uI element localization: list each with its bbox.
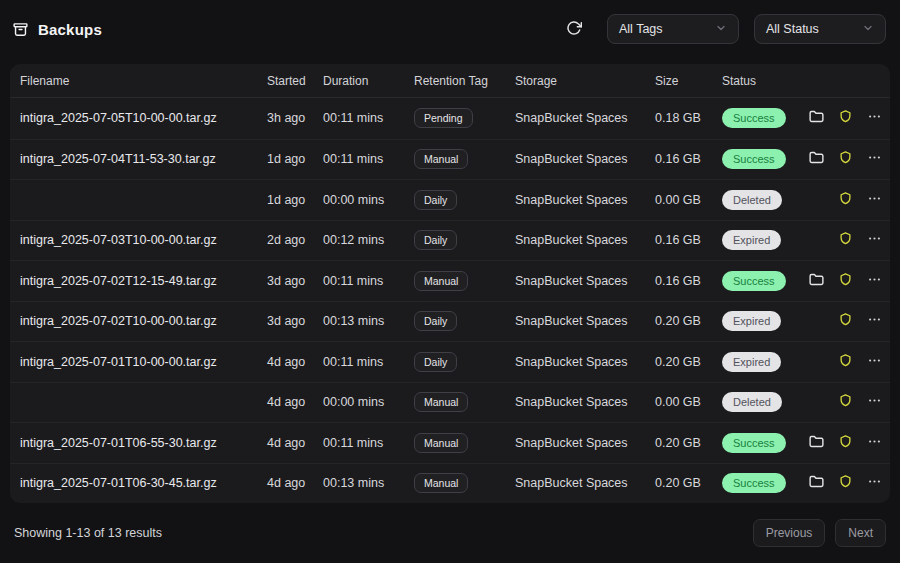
started-cell: 1d ago bbox=[267, 193, 323, 207]
table-row: intigra_2025-07-02T10-00-00.tar.gz 3d ag… bbox=[10, 301, 890, 342]
retention-lock-button[interactable] bbox=[835, 108, 856, 129]
column-header-duration: Duration bbox=[323, 74, 414, 88]
retention-lock-button[interactable] bbox=[835, 473, 856, 494]
duration-cell: 00:11 mins bbox=[323, 111, 414, 125]
started-cell: 3d ago bbox=[267, 274, 323, 288]
ellipsis-icon bbox=[867, 474, 882, 492]
refresh-button[interactable] bbox=[562, 16, 586, 43]
table-row: intigra_2025-07-03T10-00-00.tar.gz 2d ag… bbox=[10, 220, 890, 261]
retention-lock-button[interactable] bbox=[835, 149, 856, 170]
size-cell: 0.20 GB bbox=[655, 355, 722, 369]
ellipsis-icon bbox=[867, 393, 882, 411]
row-actions bbox=[806, 351, 885, 372]
ellipsis-icon bbox=[867, 353, 882, 371]
row-menu-button[interactable] bbox=[864, 432, 885, 453]
browse-files-button[interactable] bbox=[806, 473, 827, 494]
storage-cell: SnapBucket Spaces bbox=[515, 476, 655, 490]
status-cell: Expired bbox=[722, 311, 806, 331]
status-badge: Expired bbox=[722, 230, 781, 250]
row-menu-button[interactable] bbox=[864, 270, 885, 291]
started-cell: 2d ago bbox=[267, 233, 323, 247]
row-menu-button[interactable] bbox=[864, 189, 885, 210]
filename-cell: intigra_2025-07-02T12-15-49.tar.gz bbox=[20, 274, 267, 288]
retention-lock-button[interactable] bbox=[835, 432, 856, 453]
status-cell: Deleted bbox=[722, 392, 806, 412]
tags-filter-dropdown[interactable]: All Tags bbox=[607, 14, 739, 44]
storage-cell: SnapBucket Spaces bbox=[515, 436, 655, 450]
retention-tag-cell: Daily bbox=[414, 311, 515, 331]
status-cell: Success bbox=[722, 108, 806, 128]
started-cell: 1d ago bbox=[267, 152, 323, 166]
storage-cell: SnapBucket Spaces bbox=[515, 233, 655, 247]
retention-tag-cell: Manual bbox=[414, 433, 515, 453]
filename-cell: intigra_2025-07-01T10-00-00.tar.gz bbox=[20, 355, 267, 369]
status-cell: Success bbox=[722, 149, 806, 169]
folder-icon bbox=[808, 108, 825, 128]
ellipsis-icon bbox=[867, 312, 882, 330]
previous-page-button[interactable]: Previous bbox=[753, 519, 826, 547]
pager: Previous Next bbox=[753, 519, 886, 547]
browse-files-button[interactable] bbox=[806, 270, 827, 291]
filename-cell: intigra_2025-07-01T06-30-45.tar.gz bbox=[20, 476, 267, 490]
retention-tag-cell: Pending bbox=[414, 108, 515, 128]
row-menu-button[interactable] bbox=[864, 351, 885, 372]
table-row: intigra_2025-07-01T06-55-30.tar.gz 4d ag… bbox=[10, 422, 890, 463]
status-filter-dropdown[interactable]: All Status bbox=[754, 14, 886, 44]
page-title-group: Backups bbox=[12, 21, 102, 38]
row-menu-button[interactable] bbox=[864, 149, 885, 170]
retention-lock-button[interactable] bbox=[835, 392, 856, 413]
row-actions bbox=[806, 311, 885, 332]
retention-lock-button[interactable] bbox=[835, 189, 856, 210]
status-cell: Success bbox=[722, 473, 806, 493]
column-header-retention: Retention Tag bbox=[414, 74, 515, 88]
pagination-bar: Showing 1-13 of 13 results Previous Next bbox=[0, 503, 900, 563]
status-badge: Success bbox=[722, 433, 786, 453]
shield-icon bbox=[838, 231, 853, 249]
row-actions bbox=[806, 108, 885, 129]
duration-cell: 00:00 mins bbox=[323, 395, 414, 409]
browse-files-button[interactable] bbox=[806, 149, 827, 170]
retention-tag-cell: Daily bbox=[414, 352, 515, 372]
retention-tag-badge: Daily bbox=[414, 352, 457, 372]
size-cell: 0.16 GB bbox=[655, 233, 722, 247]
table-row: 1d ago 00:00 mins Daily SnapBucket Space… bbox=[10, 179, 890, 220]
size-cell: 0.20 GB bbox=[655, 436, 722, 450]
shield-icon bbox=[838, 393, 853, 411]
row-menu-button[interactable] bbox=[864, 311, 885, 332]
browse-files-button[interactable] bbox=[806, 432, 827, 453]
shield-icon bbox=[838, 191, 853, 209]
retention-tag-cell: Daily bbox=[414, 230, 515, 250]
row-menu-button[interactable] bbox=[864, 473, 885, 494]
duration-cell: 00:11 mins bbox=[323, 355, 414, 369]
status-cell: Expired bbox=[722, 230, 806, 250]
retention-lock-button[interactable] bbox=[835, 270, 856, 291]
chevron-down-icon bbox=[715, 22, 727, 37]
browse-files-button[interactable] bbox=[806, 108, 827, 129]
folder-icon bbox=[808, 433, 825, 453]
retention-tag-badge: Manual bbox=[414, 392, 468, 412]
row-actions bbox=[806, 149, 885, 170]
row-menu-button[interactable] bbox=[864, 108, 885, 129]
storage-cell: SnapBucket Spaces bbox=[515, 193, 655, 207]
retention-lock-button[interactable] bbox=[835, 351, 856, 372]
retention-tag-badge: Daily bbox=[414, 230, 457, 250]
row-actions bbox=[806, 270, 885, 291]
status-badge: Success bbox=[722, 149, 786, 169]
row-menu-button[interactable] bbox=[864, 230, 885, 251]
storage-cell: SnapBucket Spaces bbox=[515, 355, 655, 369]
row-menu-button[interactable] bbox=[864, 392, 885, 413]
retention-tag-cell: Manual bbox=[414, 473, 515, 493]
retention-lock-button[interactable] bbox=[835, 311, 856, 332]
retention-tag-cell: Manual bbox=[414, 149, 515, 169]
storage-cell: SnapBucket Spaces bbox=[515, 395, 655, 409]
retention-tag-cell: Manual bbox=[414, 271, 515, 291]
row-actions bbox=[806, 189, 885, 210]
page-title: Backups bbox=[38, 21, 102, 38]
retention-lock-button[interactable] bbox=[835, 230, 856, 251]
status-cell: Deleted bbox=[722, 190, 806, 210]
folder-icon bbox=[808, 271, 825, 291]
status-cell: Success bbox=[722, 271, 806, 291]
filename-cell: intigra_2025-07-02T10-00-00.tar.gz bbox=[20, 314, 267, 328]
row-actions bbox=[806, 230, 885, 251]
next-page-button[interactable]: Next bbox=[835, 519, 886, 547]
